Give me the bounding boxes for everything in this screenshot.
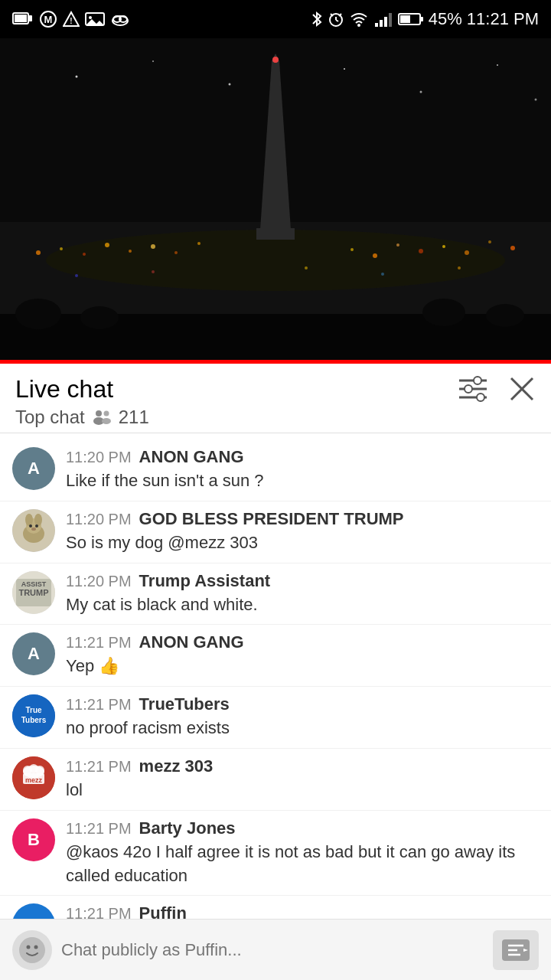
svg-point-101 bbox=[27, 945, 31, 949]
people-icon bbox=[91, 408, 112, 426]
status-bar-right: 45% 11:21 PM bbox=[311, 9, 539, 29]
message-content: 11:21 PM mezz 303 lol bbox=[66, 756, 539, 802]
chat-input[interactable] bbox=[61, 930, 484, 970]
svg-text:!: ! bbox=[70, 17, 72, 25]
alarm-icon bbox=[328, 11, 344, 28]
message-meta: 11:21 PM TrueTubers bbox=[66, 694, 539, 714]
message-time: 11:20 PM bbox=[66, 573, 132, 590]
message-author: Puffin bbox=[139, 903, 187, 919]
svg-point-18 bbox=[357, 24, 360, 27]
svg-point-102 bbox=[34, 945, 38, 949]
avatar: A bbox=[12, 447, 55, 490]
svg-rect-2 bbox=[15, 15, 27, 22]
close-icon[interactable] bbox=[508, 375, 536, 403]
alert-icon: ! bbox=[63, 11, 80, 28]
message-author: Barty Jones bbox=[139, 818, 236, 838]
send-button[interactable] bbox=[493, 930, 539, 970]
message-content: 11:20 PM ANON GANG Like if the sun isn't… bbox=[66, 447, 539, 493]
svg-point-46 bbox=[465, 250, 469, 255]
svg-point-83 bbox=[29, 524, 32, 528]
message-time: 11:21 PM bbox=[66, 634, 132, 652]
chat-sub-header: Top chat 211 bbox=[15, 407, 536, 428]
avatar: A bbox=[12, 632, 55, 675]
message-meta: 11:21 PM ANON GANG bbox=[66, 632, 539, 652]
svg-point-76 bbox=[103, 411, 109, 416]
avatar: B bbox=[12, 818, 55, 861]
svg-point-62 bbox=[344, 68, 345, 70]
svg-rect-25 bbox=[400, 15, 410, 23]
svg-point-57 bbox=[422, 299, 465, 326]
svg-text:Tubers: Tubers bbox=[21, 716, 47, 724]
message-time: 11:21 PM bbox=[66, 758, 132, 776]
chat-panel: Live chat Top cha bbox=[0, 364, 551, 980]
message-time: 11:21 PM bbox=[66, 820, 132, 838]
svg-point-51 bbox=[305, 266, 308, 270]
avatar: mezz bbox=[12, 756, 55, 799]
svg-marker-9 bbox=[86, 19, 104, 25]
svg-point-74 bbox=[96, 410, 102, 416]
svg-point-39 bbox=[174, 251, 178, 254]
svg-rect-20 bbox=[380, 20, 383, 27]
messages-area: A 11:20 PM ANON GANG Like if the sun isn… bbox=[0, 433, 551, 919]
svg-point-33 bbox=[36, 250, 41, 255]
video-player[interactable] bbox=[0, 38, 551, 360]
message-author: GOD BLESS PRESIDENT TRUMP bbox=[139, 509, 404, 529]
top-chat-label[interactable]: Top chat bbox=[15, 407, 85, 428]
message-text: lol bbox=[66, 779, 539, 802]
svg-point-41 bbox=[350, 248, 354, 251]
svg-line-15 bbox=[336, 20, 338, 21]
svg-point-43 bbox=[396, 243, 399, 247]
message-row: B 11:21 PM Barty Jones @kaos 42o I half … bbox=[0, 811, 551, 897]
svg-point-49 bbox=[75, 274, 78, 277]
svg-point-65 bbox=[535, 99, 537, 101]
bluetooth-icon bbox=[311, 11, 323, 28]
status-bar: M ! bbox=[0, 0, 551, 38]
message-text: Like if the sun isn't a sun ? bbox=[66, 469, 539, 493]
message-author: TrueTubers bbox=[139, 694, 230, 714]
svg-text:True: True bbox=[25, 706, 42, 714]
message-time: 11:20 PM bbox=[66, 511, 132, 528]
message-time: 11:21 PM bbox=[66, 696, 132, 714]
chat-input-bar bbox=[0, 919, 551, 980]
svg-point-47 bbox=[488, 240, 491, 243]
svg-point-70 bbox=[465, 385, 472, 393]
svg-point-56 bbox=[80, 306, 119, 329]
svg-point-61 bbox=[229, 83, 231, 86]
avatar: P bbox=[12, 903, 55, 919]
svg-point-69 bbox=[474, 377, 481, 384]
svg-text:TRUMP: TRUMP bbox=[18, 588, 48, 597]
svg-point-55 bbox=[15, 299, 61, 329]
svg-point-52 bbox=[381, 273, 384, 276]
battery-icon bbox=[398, 11, 424, 28]
live-chat-title: Live chat bbox=[15, 375, 113, 403]
avatar bbox=[12, 509, 55, 552]
message-author: mezz 303 bbox=[139, 756, 214, 776]
message-row: 11:20 PM GOD BLESS PRESIDENT TRUMP So is… bbox=[0, 501, 551, 564]
status-time: 11:21 PM bbox=[467, 9, 539, 29]
svg-point-82 bbox=[34, 514, 42, 526]
message-row: TRUMP ASSIST 11:20 PM Trump Assistant My… bbox=[0, 564, 551, 626]
svg-text:ASSIST: ASSIST bbox=[21, 580, 47, 588]
svg-point-38 bbox=[151, 244, 155, 249]
svg-text:M: M bbox=[44, 14, 53, 25]
svg-point-45 bbox=[442, 245, 445, 248]
svg-rect-1 bbox=[28, 15, 32, 21]
svg-point-35 bbox=[83, 253, 86, 256]
message-content: 11:20 PM Trump Assistant My cat is black… bbox=[66, 571, 539, 617]
message-time: 11:20 PM bbox=[66, 449, 132, 466]
message-meta: 11:20 PM Trump Assistant bbox=[66, 571, 539, 591]
svg-point-98 bbox=[35, 766, 44, 775]
avatar: TRUMP ASSIST bbox=[12, 571, 55, 614]
message-content: 11:21 PM Barty Jones @kaos 42o I half ag… bbox=[66, 818, 539, 888]
svg-point-50 bbox=[152, 270, 155, 273]
image-icon bbox=[84, 11, 106, 28]
send-icon bbox=[500, 936, 531, 964]
message-row: P 11:21 PM Puffin Your cat will be e dea… bbox=[0, 896, 551, 919]
svg-point-32 bbox=[272, 57, 279, 63]
svg-rect-19 bbox=[375, 23, 378, 27]
filter-icon[interactable] bbox=[456, 374, 490, 403]
message-row: A 11:20 PM ANON GANG Like if the sun isn… bbox=[0, 439, 551, 501]
message-row: A 11:21 PM ANON GANG Yep 👍 bbox=[0, 625, 551, 687]
emoji-button[interactable] bbox=[12, 930, 52, 970]
status-bar-left: M ! bbox=[12, 11, 130, 28]
